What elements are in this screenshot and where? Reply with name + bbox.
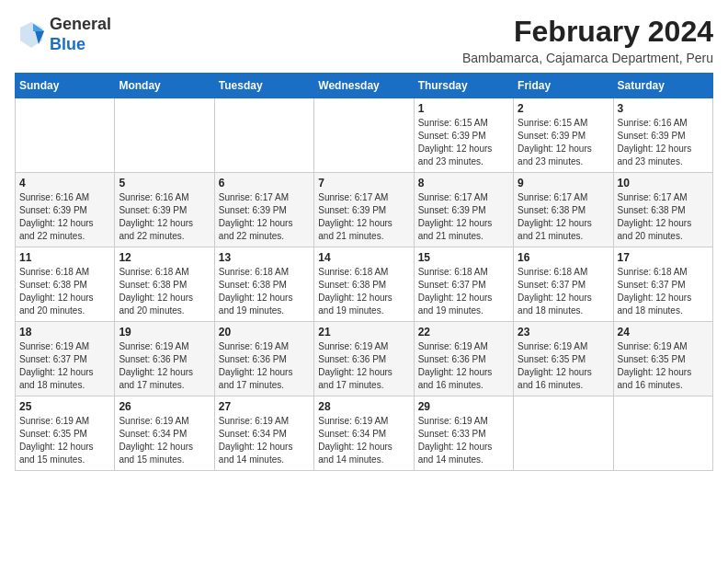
day-info: Sunrise: 6:19 AM Sunset: 6:35 PM Dayligh…: [19, 415, 110, 466]
day-number: 23: [518, 326, 609, 339]
calendar-cell: 13Sunrise: 6:18 AM Sunset: 6:38 PM Dayli…: [214, 247, 313, 322]
calendar-cell: 10Sunrise: 6:17 AM Sunset: 6:38 PM Dayli…: [613, 173, 712, 247]
day-info: Sunrise: 6:19 AM Sunset: 6:34 PM Dayligh…: [219, 415, 310, 466]
day-info: Sunrise: 6:19 AM Sunset: 6:37 PM Dayligh…: [19, 340, 110, 392]
calendar-cell: 24Sunrise: 6:19 AM Sunset: 6:35 PM Dayli…: [613, 322, 712, 396]
day-number: 28: [318, 400, 409, 413]
day-number: 12: [119, 251, 210, 264]
calendar-week-row: 4Sunrise: 6:16 AM Sunset: 6:39 PM Daylig…: [16, 173, 713, 247]
calendar-cell: 14Sunrise: 6:18 AM Sunset: 6:38 PM Dayli…: [314, 247, 414, 322]
logo-icon: [15, 18, 48, 52]
logo-general-text: General: [50, 15, 111, 35]
day-number: 15: [418, 251, 509, 264]
day-number: 19: [119, 326, 210, 339]
day-info: Sunrise: 6:18 AM Sunset: 6:37 PM Dayligh…: [618, 266, 709, 317]
title-area: February 2024 Bambamarca, Cajamarca Depa…: [462, 15, 713, 65]
logo-blue-text: Blue: [50, 35, 111, 55]
weekday-header: Saturday: [613, 74, 712, 98]
day-number: 3: [618, 102, 709, 115]
day-info: Sunrise: 6:19 AM Sunset: 6:35 PM Dayligh…: [518, 340, 609, 392]
calendar-cell: 17Sunrise: 6:18 AM Sunset: 6:37 PM Dayli…: [613, 247, 712, 322]
day-info: Sunrise: 6:15 AM Sunset: 6:39 PM Dayligh…: [418, 117, 509, 168]
weekday-header: Monday: [115, 74, 214, 98]
weekday-header: Friday: [514, 74, 613, 98]
calendar-week-row: 11Sunrise: 6:18 AM Sunset: 6:38 PM Dayli…: [16, 247, 713, 322]
calendar-cell: 18Sunrise: 6:19 AM Sunset: 6:37 PM Dayli…: [16, 322, 115, 396]
day-number: 22: [418, 326, 509, 339]
day-number: 2: [518, 102, 609, 115]
calendar-cell: [115, 98, 214, 173]
day-info: Sunrise: 6:16 AM Sunset: 6:39 PM Dayligh…: [119, 191, 210, 243]
day-number: 18: [19, 326, 110, 339]
day-info: Sunrise: 6:19 AM Sunset: 6:36 PM Dayligh…: [418, 340, 509, 392]
calendar-table: SundayMondayTuesdayWednesdayThursdayFrid…: [15, 73, 713, 471]
day-info: Sunrise: 6:17 AM Sunset: 6:39 PM Dayligh…: [418, 191, 509, 243]
day-info: Sunrise: 6:17 AM Sunset: 6:39 PM Dayligh…: [219, 191, 310, 243]
calendar-cell: [16, 98, 115, 173]
calendar-cell: [514, 396, 613, 471]
calendar-cell: 16Sunrise: 6:18 AM Sunset: 6:37 PM Dayli…: [514, 247, 613, 322]
day-number: 26: [119, 400, 210, 413]
calendar-cell: [214, 98, 313, 173]
svg-marker-3: [33, 24, 44, 31]
weekday-header: Sunday: [16, 74, 115, 98]
calendar-cell: 25Sunrise: 6:19 AM Sunset: 6:35 PM Dayli…: [16, 396, 115, 471]
calendar-cell: 1Sunrise: 6:15 AM Sunset: 6:39 PM Daylig…: [414, 98, 513, 173]
calendar-cell: 19Sunrise: 6:19 AM Sunset: 6:36 PM Dayli…: [115, 322, 214, 396]
day-number: 25: [19, 400, 110, 413]
day-number: 20: [219, 326, 310, 339]
day-info: Sunrise: 6:17 AM Sunset: 6:38 PM Dayligh…: [618, 191, 709, 243]
calendar-cell: 3Sunrise: 6:16 AM Sunset: 6:39 PM Daylig…: [613, 98, 712, 173]
day-info: Sunrise: 6:18 AM Sunset: 6:38 PM Dayligh…: [219, 266, 310, 317]
day-info: Sunrise: 6:19 AM Sunset: 6:33 PM Dayligh…: [418, 415, 509, 466]
calendar-cell: 28Sunrise: 6:19 AM Sunset: 6:34 PM Dayli…: [314, 396, 414, 471]
day-info: Sunrise: 6:18 AM Sunset: 6:38 PM Dayligh…: [19, 266, 110, 317]
day-number: 5: [119, 177, 210, 190]
calendar-cell: 22Sunrise: 6:19 AM Sunset: 6:36 PM Dayli…: [414, 322, 513, 396]
day-number: 11: [19, 251, 110, 264]
calendar-cell: 9Sunrise: 6:17 AM Sunset: 6:38 PM Daylig…: [514, 173, 613, 247]
calendar-cell: [613, 396, 712, 471]
weekday-header: Thursday: [414, 74, 513, 98]
day-number: 27: [219, 400, 310, 413]
calendar-cell: 7Sunrise: 6:17 AM Sunset: 6:39 PM Daylig…: [314, 173, 414, 247]
day-number: 1: [418, 102, 509, 115]
calendar-cell: 12Sunrise: 6:18 AM Sunset: 6:38 PM Dayli…: [115, 247, 214, 322]
day-info: Sunrise: 6:16 AM Sunset: 6:39 PM Dayligh…: [618, 117, 709, 168]
calendar-cell: 26Sunrise: 6:19 AM Sunset: 6:34 PM Dayli…: [115, 396, 214, 471]
day-info: Sunrise: 6:19 AM Sunset: 6:34 PM Dayligh…: [318, 415, 409, 466]
day-info: Sunrise: 6:19 AM Sunset: 6:36 PM Dayligh…: [318, 340, 409, 392]
day-info: Sunrise: 6:19 AM Sunset: 6:36 PM Dayligh…: [219, 340, 310, 392]
day-number: 13: [219, 251, 310, 264]
day-number: 9: [518, 177, 609, 190]
calendar-cell: 29Sunrise: 6:19 AM Sunset: 6:33 PM Dayli…: [414, 396, 513, 471]
calendar-cell: 6Sunrise: 6:17 AM Sunset: 6:39 PM Daylig…: [214, 173, 313, 247]
day-number: 4: [19, 177, 110, 190]
day-info: Sunrise: 6:19 AM Sunset: 6:34 PM Dayligh…: [119, 415, 210, 466]
day-info: Sunrise: 6:17 AM Sunset: 6:39 PM Dayligh…: [318, 191, 409, 243]
calendar-header-row: SundayMondayTuesdayWednesdayThursdayFrid…: [16, 74, 713, 98]
weekday-header: Wednesday: [314, 74, 414, 98]
calendar-week-row: 18Sunrise: 6:19 AM Sunset: 6:37 PM Dayli…: [16, 322, 713, 396]
day-info: Sunrise: 6:17 AM Sunset: 6:38 PM Dayligh…: [518, 191, 609, 243]
day-info: Sunrise: 6:19 AM Sunset: 6:35 PM Dayligh…: [618, 340, 709, 392]
day-number: 8: [418, 177, 509, 190]
calendar-cell: 15Sunrise: 6:18 AM Sunset: 6:37 PM Dayli…: [414, 247, 513, 322]
calendar-cell: 8Sunrise: 6:17 AM Sunset: 6:39 PM Daylig…: [414, 173, 513, 247]
day-number: 14: [318, 251, 409, 264]
day-info: Sunrise: 6:16 AM Sunset: 6:39 PM Dayligh…: [19, 191, 110, 243]
calendar-cell: 27Sunrise: 6:19 AM Sunset: 6:34 PM Dayli…: [214, 396, 313, 471]
calendar-week-row: 25Sunrise: 6:19 AM Sunset: 6:35 PM Dayli…: [16, 396, 713, 471]
day-info: Sunrise: 6:18 AM Sunset: 6:38 PM Dayligh…: [318, 266, 409, 317]
day-info: Sunrise: 6:15 AM Sunset: 6:39 PM Dayligh…: [518, 117, 609, 168]
logo: General Blue: [15, 15, 111, 54]
day-number: 7: [318, 177, 409, 190]
day-number: 29: [418, 400, 509, 413]
calendar-cell: 23Sunrise: 6:19 AM Sunset: 6:35 PM Dayli…: [514, 322, 613, 396]
day-number: 6: [219, 177, 310, 190]
day-number: 24: [618, 326, 709, 339]
weekday-header: Tuesday: [214, 74, 313, 98]
month-title: February 2024: [462, 15, 713, 49]
calendar-cell: 2Sunrise: 6:15 AM Sunset: 6:39 PM Daylig…: [514, 98, 613, 173]
page-header: General Blue February 2024 Bambamarca, C…: [15, 15, 713, 65]
